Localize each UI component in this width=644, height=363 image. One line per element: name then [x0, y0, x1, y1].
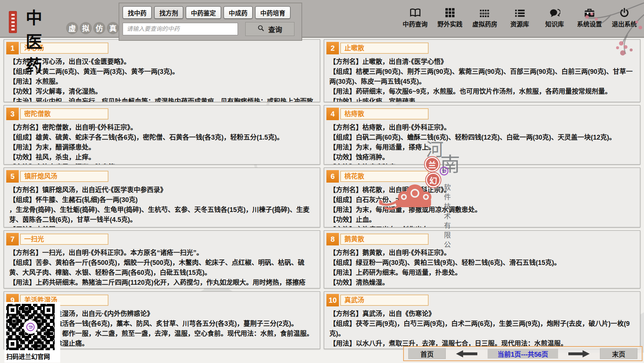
qr-finder-icon: [7, 305, 18, 316]
card-text-line: 【功效】止咳化痰，宣肺疏表。: [329, 97, 636, 102]
card-title[interactable]: 鹅黄散: [340, 234, 428, 245]
card-text-line: 【用法】为末，每用适量，搽痔上。: [329, 143, 636, 152]
qr-logo-icon: [23, 320, 37, 334]
card-body: 【方剂名】泻心汤，出自汉·《金匮要略》。【组成】大黄二两(6克)、黄连一两(3克…: [9, 57, 316, 102]
nav-item-system-settings[interactable]: 系统设置: [572, 6, 607, 28]
nav-label: 资源库: [510, 19, 529, 28]
card-text-line: ，生龙骨(捣碎)、生牡蛎(捣碎)、生龟甲(捣碎)、生杭芍、玄参、天冬五钱各(15…: [9, 205, 316, 225]
search-input[interactable]: [123, 23, 238, 35]
card-body: 【方剂名】桃花散，出自明·《外科正宗》。【组成】白石灰六份、大黄一份。【用法】为…: [329, 185, 636, 227]
card-title[interactable]: 止嗽散: [340, 43, 428, 54]
header-bar: 中医药 虚 拟 仿 真 找中药 找方剂 中药鉴定 中成药 中药培育: [0, 0, 644, 38]
card-number-badge: 4: [326, 108, 339, 120]
nav-item-virtual-pharmacy[interactable]: 虚拟药房: [467, 6, 502, 28]
search-icon: [257, 25, 264, 33]
card-number-badge: 10: [326, 294, 339, 306]
qr-code: [6, 304, 55, 350]
formula-card: 2 止嗽散 【方剂名】止嗽散，出自清·《医学心悟》【组成】桔梗三两(90克)、荆…: [324, 39, 640, 102]
formula-card: 10 真武汤 【方剂名】真武汤，出自《伤寒论》【组成】茯苓三两(9克)，白芍三两…: [324, 291, 640, 349]
formula-card: 3 密陀僧散 【方剂名】密陀僧散，出自明·《外科正宗》。【组成】雄黄、硫黄、蛇床…: [4, 105, 320, 165]
chat-icon: [549, 6, 560, 18]
card-number-badge: 2: [326, 42, 339, 54]
card-number-badge: 7: [6, 233, 19, 245]
card-text-line: 【用法】水煎服。: [9, 225, 316, 227]
page-status: 当前1页---共56页: [488, 349, 558, 359]
nav-item-knowledge-base[interactable]: 知识库: [537, 6, 572, 28]
card-title[interactable]: 枯痔散: [340, 108, 428, 119]
card-body: 【方剂名】枯痔散，出自明·《外科正宗》。【组成】白矾二两(60克)、蟾酥二钱(6…: [329, 123, 636, 165]
card-text-line: 【功效】祛风，杀虫，止痒。: [9, 152, 316, 162]
card-text-line: 【用法】为末，醋调搽患处。: [9, 143, 316, 152]
pagination: 首页 当前1页---共56页 末页: [403, 346, 643, 361]
subtitle-char: 仿: [93, 22, 105, 34]
app-window: 中医药 虚 拟 仿 真 找中药 找方剂 中药鉴定 中成药 中药培育: [0, 0, 644, 363]
card-body: 【方剂名】镇肝熄风汤，出自近代·《医学衷中参西录》【组成】怀牛膝、生赭石(轧细)…: [9, 185, 316, 227]
card-body: 【方剂名】止嗽散，出自清·《医学心悟》【组成】桔梗三两(90克)、荆芥三两(90…: [329, 57, 636, 102]
qr-caption: 扫码进兰幻官网: [6, 352, 58, 361]
app-title: 中医药: [26, 5, 45, 76]
patent-medicine-button[interactable]: 中成药: [224, 6, 253, 19]
card-text-line: 【组成】苦参、黄柏各一斤(各500克)，烟胶一升(500克)，木鳖肉、蛇床子、点…: [9, 258, 316, 278]
card-text-line: 【组成】白矾二两(60克)、蟾酥二钱(6克)、轻粉四钱(12克)、白砒一两(30…: [329, 133, 636, 143]
card-title[interactable]: 一扫光: [20, 234, 108, 245]
card-body: 【方剂名】真武汤，出自《伤寒论》【组成】茯苓三两(9克)，白芍三两(9克)，白术…: [329, 309, 636, 349]
card-text-line: 【主治】主治痔疮肿痛。: [329, 162, 636, 165]
formula-card: 4 枯痔散 【方剂名】枯痔散，出自明·《外科正宗》。【组成】白矾二两(60克)、…: [324, 105, 640, 165]
formula-card: 1 泻心汤 【方剂名】泻心汤，出自汉·《金匮要略》。【组成】大黄二两(6克)、黄…: [4, 39, 320, 102]
formula-card: 6 桃花散 【方剂名】桃花散，出自明·《外科正宗》。【组成】白石灰六份、大黄一份…: [324, 168, 640, 227]
card-text-line: 【方剂名】泻心汤，出自汉·《金匮要略》。: [9, 57, 316, 67]
card-text-line: 【功效】泻火解毒，清化湿热。: [9, 87, 316, 97]
card-text-line: 【方剂名】枯痔散，出自明·《外科正宗》。: [329, 123, 636, 133]
nav-label: 中药查询: [403, 19, 428, 28]
card-text-line: 【主治】邪火内炽，迫血妄行，症见吐血衄血等；或湿热内蕴而成黄疸，见有胸痞烦热；或…: [9, 97, 316, 102]
card-text-line: 【方剂名】鹅黄散，出自明·《外科正宗》。: [329, 248, 636, 258]
card-title[interactable]: 桃花散: [340, 171, 428, 182]
card-text-line: 【方剂名】一扫光，出自明·《外科正宗》。本方原名“诸疮一扫光”。: [9, 248, 316, 258]
subtitle-char: 虚: [66, 22, 78, 34]
main-nav: 中药查询 野外实践 虚拟药房 资源库: [398, 6, 642, 28]
nav-item-resource-library[interactable]: 资源库: [502, 6, 537, 28]
card-text-line: 【主治】主治痤痱疮作痒，抓之皮损，随后又疼。: [329, 288, 636, 288]
formula-card: 7 一扫光 【方剂名】一扫光，出自明·《外科正宗》。本方原名“诸疮一扫光”。【组…: [4, 230, 320, 288]
first-page-button[interactable]: 首页: [408, 348, 446, 359]
card-title[interactable]: 真武汤: [340, 295, 428, 306]
herb-cultivation-button[interactable]: 中药培育: [255, 6, 290, 19]
last-page-button[interactable]: 末页: [600, 348, 637, 359]
card-text-line: 【用法】药研细末，每次服6~9克，水煎服。也可用饮片作汤剂，水煎服，各药用量按常…: [329, 87, 636, 97]
card-body: 【方剂名】鹅黄散，出自明·《外科正宗》。【组成】绿豆粉一两(30克)、黄柏三钱(…: [329, 248, 636, 288]
card-title[interactable]: 镇肝熄风汤: [20, 171, 108, 182]
card-number-badge: 8: [326, 233, 339, 245]
pharmacy-grid-icon: [480, 6, 490, 18]
toolbox-icon: [584, 6, 595, 18]
card-text-line: 【方剂名】密陀僧散，出自明·《外科正宗》。: [9, 123, 316, 133]
card-text-line: 【主治】主治疮口出血，创伤出血。: [329, 225, 636, 227]
card-body: 【方剂名】一扫光，出自明·《外科正宗》。本方原名“诸疮一扫光”。【组成】苦参、黄…: [9, 248, 316, 288]
nav-item-exit-system[interactable]: 退出系统: [607, 6, 642, 28]
card-number-badge: 1: [6, 42, 19, 54]
search-panel: 找中药 找方剂 中药鉴定 中成药 中药培育 查询: [119, 3, 302, 41]
card-body: 【方剂名】密陀僧散，出自明·《外科正宗》。【组成】雄黄、硫黄、蛇床子各二钱(各6…: [9, 123, 316, 165]
formula-card: 5 镇肝熄风汤 【方剂名】镇肝熄风汤，出自近代·《医学衷中参西录》【组成】怀牛膝…: [4, 168, 320, 227]
card-text-line: 【方剂名】镇肝熄风汤，出自近代·《医学衷中参西录》: [9, 185, 316, 195]
card-text-line: 【组成】桔梗三两(90克)、荆芥三两(90克)、紫菀三两(90克)、百部三两(9…: [329, 67, 636, 87]
cards-grid: 1 泻心汤 【方剂名】泻心汤，出自汉·《金匮要略》。【组成】大黄二两(6克)、黄…: [4, 39, 640, 349]
card-text-line: 【用法】上药研为细末。每用适量，扑患处。: [329, 268, 636, 278]
find-herb-button[interactable]: 找中药: [123, 6, 152, 19]
find-formula-button[interactable]: 找方剂: [154, 6, 183, 19]
nav-item-field-practice[interactable]: 野外实践: [433, 6, 467, 28]
finder-buttons-bar: 找中药 找方剂 中药鉴定 中成药 中药培育: [123, 6, 298, 19]
card-text-line: 【用法】为末，每用适量，掺撒或用凉水调敷患处。: [329, 205, 636, 215]
card-text-line: 【组成】大黄二两(6克)、黄连一两(3克)、黄芩一两(3克)。: [9, 67, 316, 77]
card-text-line: 【组成】茯苓三两(9克)，白芍三两(9克)，白术二两(6克)，生姜三两(9克)，…: [329, 319, 636, 339]
card-title[interactable]: 密陀僧散: [20, 108, 108, 119]
card-number-badge: 3: [6, 108, 19, 120]
search-button[interactable]: 查询: [245, 22, 294, 36]
next-arrow-button[interactable]: [568, 350, 590, 358]
qr-finder-icon: [7, 338, 18, 349]
herb-identify-button[interactable]: 中药鉴定: [186, 6, 221, 19]
card-text-line: 【方剂名】真武汤，出自《伤寒论》: [329, 309, 636, 319]
card-text-line: 【主治】主治白癜风，汗斑，腋臭等。: [9, 162, 316, 165]
nav-label: 野外实践: [438, 19, 463, 28]
prev-arrow-button[interactable]: [455, 350, 478, 358]
nav-item-herb-query[interactable]: 中药查询: [398, 6, 433, 28]
